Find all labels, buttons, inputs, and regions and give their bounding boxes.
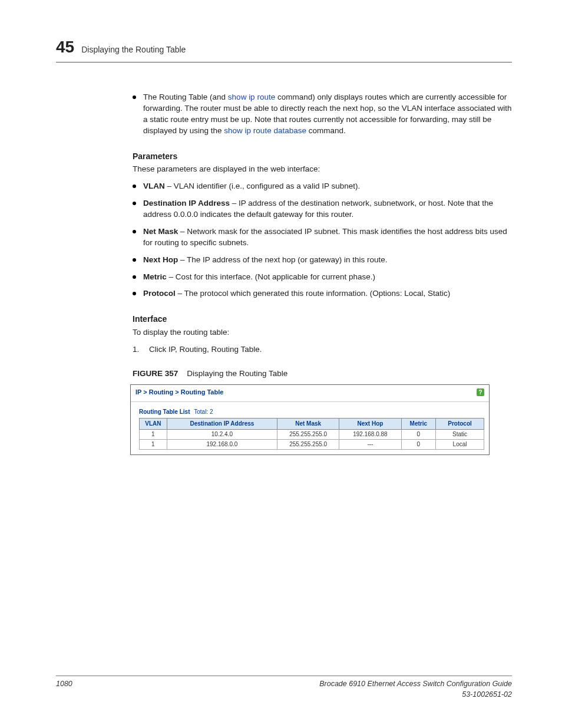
cell-protocol: Static <box>436 430 484 440</box>
routing-table-webui: IP > Routing > Routing Table ? Routing T… <box>130 384 490 455</box>
intro-bullet: The Routing Table (and show ip route com… <box>133 92 512 137</box>
th-metric: Metric <box>401 419 436 430</box>
chapter-number: 45 <box>56 35 74 58</box>
param-item-netmask: Net Mask – Network mask for the associat… <box>133 226 512 249</box>
param-desc: – The IP address of the next hop (or gat… <box>178 255 387 264</box>
cell-netmask: 255.255.255.0 <box>277 430 339 440</box>
th-dest-ip: Destination IP Address <box>167 419 277 430</box>
param-desc: – The protocol which generated this rout… <box>176 289 451 298</box>
main-content: The Routing Table (and show ip route com… <box>133 92 512 455</box>
interface-intro: To display the routing table: <box>133 327 512 338</box>
intro-text: The Routing Table (and show ip route com… <box>143 92 512 137</box>
param-item-metric: Metric – Cost for this interface. (Not a… <box>133 272 512 283</box>
cell-netmask: 255.255.255.0 <box>277 440 339 450</box>
cell-protocol: Local <box>436 440 484 450</box>
param-item-nexthop: Next Hop – The IP address of the next ho… <box>133 255 512 266</box>
figure-title: Displaying the Routing Table <box>187 369 287 378</box>
bullet-icon <box>133 258 136 262</box>
intro-pre: The Routing Table (and <box>143 93 228 101</box>
table-row: 1 192.168.0.0 255.255.255.0 --- 0 Local <box>140 440 484 450</box>
parameters-list: VLAN – VLAN identifier (i.e., configured… <box>133 181 512 299</box>
table-header-row: VLAN Destination IP Address Net Mask Nex… <box>140 419 484 430</box>
bullet-icon <box>133 202 136 205</box>
param-name: Destination IP Address <box>143 199 230 207</box>
cell-nexthop: 192.168.0.88 <box>339 430 401 440</box>
bullet-icon <box>133 95 136 99</box>
th-netmask: Net Mask <box>277 419 339 430</box>
list-title: Routing Table List Total: 2 <box>139 408 484 416</box>
breadcrumb-bar: IP > Routing > Routing Table ? <box>131 385 489 402</box>
cell-nexthop: --- <box>339 440 401 450</box>
bullet-icon <box>133 230 136 233</box>
figure-label: FIGURE 357 <box>133 369 178 378</box>
th-vlan: VLAN <box>140 419 167 430</box>
param-desc: – Cost for this interface. (Not applicab… <box>167 272 375 281</box>
link-show-ip-route-database[interactable]: show ip route database <box>224 126 306 135</box>
doc-number: 53-1002651-02 <box>319 690 512 700</box>
step-text: Click IP, Routing, Routing Table. <box>149 344 262 355</box>
cell-vlan: 1 <box>140 430 167 440</box>
param-name: Next Hop <box>143 255 178 264</box>
th-nexthop: Next Hop <box>339 419 401 430</box>
param-desc: – Network mask for the associated IP sub… <box>143 227 507 247</box>
parameters-intro: These parameters are displayed in the we… <box>133 164 512 175</box>
step-number: 1. <box>133 344 143 355</box>
bullet-icon <box>133 292 136 295</box>
list-title-text: Routing Table List <box>139 409 190 415</box>
breadcrumb[interactable]: IP > Routing > Routing Table <box>135 388 223 397</box>
cell-dest-ip: 10.2.4.0 <box>167 430 277 440</box>
param-name: Net Mask <box>143 227 178 236</box>
interface-steps: 1. Click IP, Routing, Routing Table. <box>133 344 512 355</box>
param-desc: – VLAN identifier (i.e., configured as a… <box>165 182 360 190</box>
book-title: Brocade 6910 Ethernet Access Switch Conf… <box>319 679 512 690</box>
page-header: 45 Displaying the Routing Table <box>56 35 512 62</box>
routing-table: VLAN Destination IP Address Net Mask Nex… <box>139 418 484 450</box>
param-item-vlan: VLAN – VLAN identifier (i.e., configured… <box>133 181 512 192</box>
cell-vlan: 1 <box>140 440 167 450</box>
bullet-icon <box>133 185 136 188</box>
cell-metric: 0 <box>401 430 436 440</box>
chapter-title: Displaying the Routing Table <box>81 44 186 56</box>
intro-post: command. <box>306 126 346 135</box>
step-1: 1. Click IP, Routing, Routing Table. <box>133 344 512 355</box>
help-icon[interactable]: ? <box>477 388 484 396</box>
param-name: Metric <box>143 272 167 281</box>
param-item-dest-ip: Destination IP Address – IP address of t… <box>133 198 512 220</box>
link-show-ip-route[interactable]: show ip route <box>228 93 275 101</box>
cell-dest-ip: 192.168.0.0 <box>167 440 277 450</box>
table-row: 1 10.2.4.0 255.255.255.0 192.168.0.88 0 … <box>140 430 484 440</box>
param-name: Protocol <box>143 289 176 298</box>
param-name: VLAN <box>143 182 165 190</box>
list-total: Total: 2 <box>194 409 213 415</box>
interface-heading: Interface <box>133 314 512 325</box>
bullet-icon <box>133 275 136 279</box>
page-footer: 1080 Brocade 6910 Ethernet Access Switch… <box>56 676 512 700</box>
th-protocol: Protocol <box>436 419 484 430</box>
cell-metric: 0 <box>401 440 436 450</box>
param-item-protocol: Protocol – The protocol which generated … <box>133 288 512 299</box>
parameters-heading: Parameters <box>133 151 512 163</box>
page-number: 1080 <box>56 679 72 700</box>
figure-caption: FIGURE 357 Displaying the Routing Table <box>133 368 512 380</box>
